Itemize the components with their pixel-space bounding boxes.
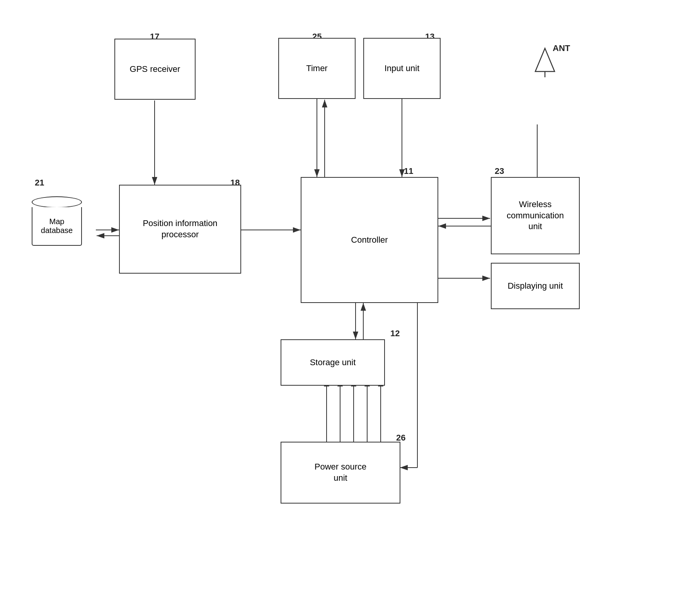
ref-23: 23 (495, 166, 504, 176)
ref-11: 11 (404, 166, 413, 176)
timer-block: Timer (278, 38, 356, 99)
input-unit-block: Input unit (363, 38, 441, 99)
diagram: 17 18 21 11 25 13 23 24 12 26 ANT GPS re… (0, 0, 686, 616)
controller-block: Controller (301, 177, 438, 303)
ref-12: 12 (390, 328, 400, 339)
pip-block: Position information processor (119, 185, 241, 274)
svg-marker-23 (535, 48, 555, 71)
gps-receiver-block: GPS receiver (114, 39, 196, 100)
wireless-block: Wireless communication unit (491, 177, 580, 254)
antenna (533, 46, 557, 77)
mapdb-block: Map database (32, 196, 82, 246)
ref-21: 21 (35, 178, 44, 188)
displaying-block: Displaying unit (491, 263, 580, 309)
storage-block: Storage unit (281, 339, 385, 386)
power-block: Power source unit (281, 442, 400, 504)
